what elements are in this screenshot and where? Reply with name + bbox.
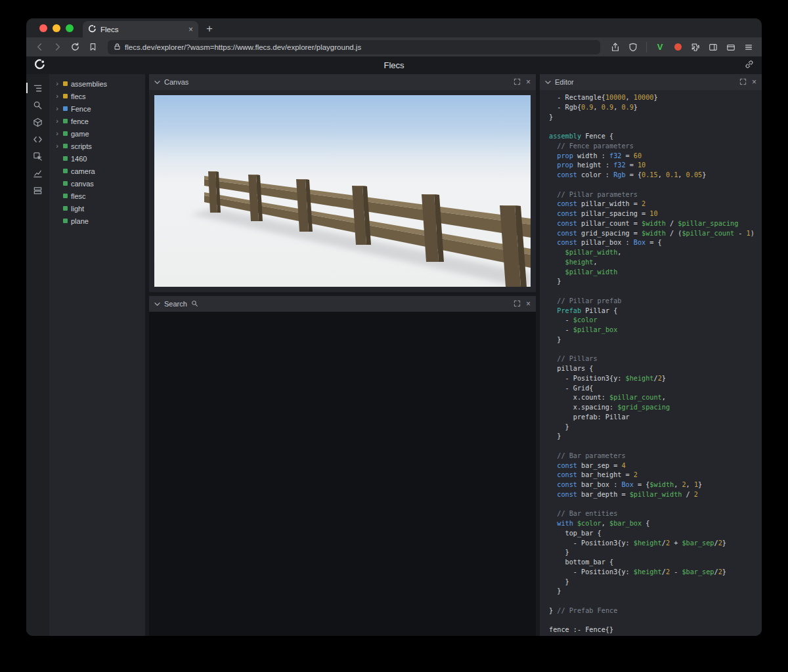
code-line: $pillar_width (549, 268, 762, 278)
collapse-chevron-icon[interactable] (154, 78, 160, 86)
tree-item-Fence[interactable]: ›Fence (49, 102, 145, 115)
collapse-chevron-icon[interactable] (154, 300, 160, 308)
code-line: } (549, 432, 762, 442)
search-panel-title: Search (164, 300, 187, 308)
rail-canvas-cube-button[interactable] (26, 114, 49, 131)
code-line: bottom_bar { (549, 558, 762, 568)
tree-item-assemblies[interactable]: ›assemblies (49, 77, 145, 90)
extension-badge-red[interactable] (670, 39, 686, 55)
back-button[interactable] (32, 39, 47, 55)
code-line: } (549, 587, 762, 597)
editor-code[interactable]: - Rectangle{10000, 10000} - Rgb{0.9, 0.9… (540, 90, 762, 636)
rail-query-search-button[interactable] (26, 96, 49, 114)
expand-panel-button[interactable] (514, 78, 521, 87)
tree-item-camera[interactable]: ›camera (49, 165, 145, 177)
flecs-explorer-page: Flecs (26, 56, 762, 636)
canvas-3d-view[interactable] (154, 95, 531, 287)
expand-chevron-icon[interactable]: › (55, 117, 60, 125)
expand-chevron-icon[interactable]: › (55, 80, 60, 87)
code-line: const color : Rgb = {0.15, 0.1, 0.05} (549, 171, 762, 180)
entity-label: 1460 (71, 155, 87, 163)
code-line (549, 500, 762, 510)
expand-chevron-icon[interactable]: › (55, 130, 60, 137)
icon-rail (26, 74, 49, 636)
code-line: fence :- Fence{} (549, 625, 762, 635)
url-text: flecs.dev/explorer/?wasm=https://www.fle… (125, 43, 361, 51)
expand-chevron-icon[interactable]: › (55, 142, 60, 150)
tree-item-scripts[interactable]: ›scripts (49, 140, 145, 152)
page-title: Flecs (26, 60, 762, 70)
code-line: // Bar entities (549, 509, 762, 519)
tree-item-fence[interactable]: ›fence (49, 115, 145, 127)
wallet-button[interactable] (723, 39, 739, 55)
rail-stats-button[interactable] (26, 165, 49, 182)
code-line (549, 616, 762, 626)
forward-button[interactable] (49, 39, 65, 55)
search-results-area[interactable] (149, 312, 536, 636)
code-line: } (549, 113, 762, 123)
tab-close-icon[interactable]: × (188, 26, 193, 33)
collapse-chevron-icon[interactable] (545, 78, 551, 86)
editor-panel: Editor × - Rectangle{10000, 10000} - Rgb… (540, 74, 762, 636)
code-line: prop height : f32 = 10 (549, 161, 762, 171)
new-tab-button[interactable]: + (206, 22, 213, 35)
code-line: } (549, 548, 762, 558)
menu-button[interactable] (741, 39, 756, 55)
expand-panel-button[interactable] (514, 300, 521, 308)
code-line: const pillar_box : Box = { (549, 238, 762, 248)
window-close-button[interactable] (39, 24, 47, 32)
bookmark-icon[interactable] (85, 39, 100, 55)
code-line: // Pillar parameters (549, 190, 762, 200)
canvas-panel-title: Canvas (164, 78, 188, 86)
code-line: const bar_depth = $pillar_width / 2 (549, 490, 762, 500)
tree-item-flecs[interactable]: ›flecs (49, 90, 145, 102)
share-button[interactable] (607, 39, 623, 55)
expand-panel-button[interactable] (739, 78, 747, 87)
expand-chevron-icon[interactable]: › (55, 105, 60, 112)
window-minimize-button[interactable] (53, 24, 60, 32)
sidebar-button[interactable] (705, 39, 721, 55)
address-bar[interactable]: flecs.dev/explorer/?wasm=https://www.fle… (108, 40, 600, 54)
browser-window: Flecs × + flecs.dev/explorer/?wasm=https… (26, 18, 762, 636)
tree-item-flesc[interactable]: ›flesc (49, 190, 145, 202)
tree-item-1460[interactable]: ›1460 (49, 152, 145, 165)
extension-v-badge[interactable]: V (652, 39, 668, 55)
code-line: x.count: $pillar_count, (549, 393, 762, 403)
code-line: pillars { (549, 364, 762, 374)
code-line: const bar_height = 2 (549, 471, 762, 480)
code-line: prefab: Pillar (549, 413, 762, 423)
content-area: ›assemblies›flecs›Fence›fence›game›scrip… (26, 74, 762, 636)
entity-label: plane (71, 217, 89, 225)
reload-button[interactable] (67, 39, 83, 55)
window-zoom-button[interactable] (66, 24, 74, 32)
tree-item-plane[interactable]: ›plane (49, 215, 145, 227)
code-line: // Bar parameters (549, 452, 762, 461)
rail-entity-tree-button[interactable] (26, 79, 49, 96)
expand-chevron-icon[interactable]: › (55, 93, 60, 100)
code-line: } (549, 423, 762, 432)
extensions-puzzle-button[interactable] (688, 39, 703, 55)
code-line (549, 122, 762, 132)
permalink-button[interactable] (745, 60, 754, 72)
code-line: } (549, 335, 762, 345)
brave-shield-button[interactable] (625, 39, 641, 55)
flecs-favicon-icon (88, 24, 97, 35)
code-line (549, 287, 762, 297)
tree-item-canvas[interactable]: ›canvas (49, 177, 145, 190)
close-panel-button[interactable]: × (526, 300, 531, 308)
rail-script-editor-button[interactable] (26, 131, 49, 148)
site-lock-icon[interactable] (114, 41, 121, 53)
tree-item-light[interactable]: ›light (49, 202, 145, 215)
close-panel-button[interactable]: × (526, 78, 531, 86)
entity-color-swatch (63, 94, 68, 98)
close-panel-button[interactable]: × (752, 78, 756, 86)
browser-tab[interactable]: Flecs × (83, 21, 198, 37)
code-line: $pillar_width, (549, 248, 762, 258)
code-line: prop width : f32 = 60 (549, 152, 762, 161)
rail-inspector-button[interactable] (26, 148, 49, 165)
entity-color-swatch (63, 181, 68, 186)
entity-treeview: ›assemblies›flecs›Fence›fence›game›scrip… (49, 74, 145, 636)
rail-tables-button[interactable] (26, 182, 49, 199)
entity-label: flesc (71, 192, 86, 200)
tree-item-game[interactable]: ›game (49, 127, 145, 140)
